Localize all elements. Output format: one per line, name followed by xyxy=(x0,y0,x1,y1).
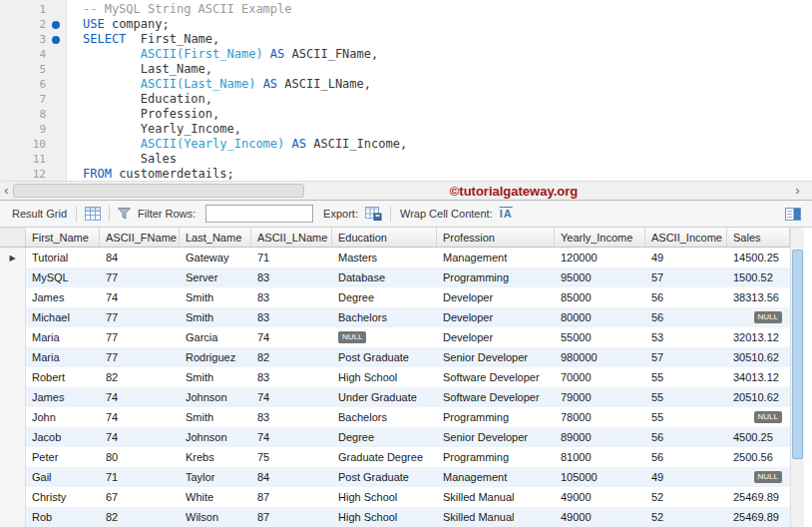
table-cell[interactable]: 87 xyxy=(251,487,332,507)
table-cell[interactable]: 85000 xyxy=(555,287,645,307)
table-cell[interactable]: NULL xyxy=(332,327,437,347)
table-cell[interactable]: Michael xyxy=(26,307,100,327)
table-cell[interactable]: Smith xyxy=(180,407,251,427)
table-cell[interactable]: 52 xyxy=(645,507,727,527)
table-row[interactable]: Robert82Smith83High SchoolSoftware Devel… xyxy=(0,367,790,387)
table-cell[interactable]: Post Graduate xyxy=(332,347,437,367)
table-cell[interactable]: High School xyxy=(332,507,437,527)
table-cell[interactable]: 55 xyxy=(645,407,727,427)
table-cell[interactable]: Garcia xyxy=(180,327,251,347)
table-cell[interactable]: Tutorial xyxy=(26,248,100,267)
column-header-ascii_income[interactable]: ASCII_Income xyxy=(645,228,727,247)
table-cell[interactable]: 74 xyxy=(100,427,180,447)
table-cell[interactable]: 32013.12 xyxy=(727,327,790,347)
table-cell[interactable]: Maria xyxy=(26,347,100,367)
scroll-right-arrow-icon[interactable]: › xyxy=(791,182,804,200)
table-cell[interactable]: 80000 xyxy=(555,307,645,327)
table-cell[interactable]: Skilled Manual xyxy=(437,487,555,507)
column-header-first_name[interactable]: First_Name xyxy=(26,228,100,247)
table-cell[interactable]: 30510.62 xyxy=(727,347,790,367)
table-cell[interactable]: Server xyxy=(180,267,251,287)
table-cell[interactable]: John xyxy=(26,407,100,427)
table-cell[interactable]: Skilled Manual xyxy=(437,507,555,527)
table-cell[interactable]: 77 xyxy=(100,267,180,287)
wrap-cell-content-icon[interactable]: IA xyxy=(500,208,513,220)
table-cell[interactable]: Maria xyxy=(26,327,100,347)
row-selector[interactable] xyxy=(0,487,26,507)
table-cell[interactable]: 71 xyxy=(251,248,332,267)
table-cell[interactable]: Programming xyxy=(437,447,555,467)
table-row[interactable]: ▶Tutorial84Gateway71MastersManagement120… xyxy=(0,248,790,267)
row-selector[interactable] xyxy=(0,467,26,487)
table-cell[interactable]: Johnson xyxy=(180,387,251,407)
row-selector[interactable] xyxy=(0,267,26,287)
table-cell[interactable]: Rodriguez xyxy=(180,347,251,367)
editor-horizontal-scrollbar[interactable]: ‹ ©tutorialgateway.org › xyxy=(0,181,812,200)
table-cell[interactable]: 4500.25 xyxy=(727,427,790,447)
table-cell[interactable]: Database xyxy=(332,267,437,287)
table-cell[interactable]: 56 xyxy=(645,447,727,467)
table-row[interactable]: MySQL77Server83DatabaseProgramming950005… xyxy=(0,267,790,287)
table-cell[interactable]: 120000 xyxy=(555,248,645,267)
table-cell[interactable]: Wilson xyxy=(180,507,251,527)
table-cell[interactable]: Johnson xyxy=(180,427,251,447)
scroll-left-arrow-icon[interactable]: ‹ xyxy=(0,182,13,200)
table-cell[interactable]: Senior Developer xyxy=(437,427,555,447)
table-cell[interactable]: 53 xyxy=(645,327,727,347)
table-cell[interactable]: 55 xyxy=(645,387,727,407)
table-cell[interactable]: Smith xyxy=(180,287,251,307)
code-line[interactable]: 10 ASCII(Yearly_Income) AS ASCII_Income, xyxy=(0,137,812,152)
table-cell[interactable]: 980000 xyxy=(555,347,645,367)
table-cell[interactable]: 2500.56 xyxy=(727,447,790,467)
table-cell[interactable]: 14500.25 xyxy=(727,248,790,267)
row-selector[interactable] xyxy=(0,347,26,367)
row-selector[interactable]: ▶ xyxy=(0,248,26,267)
table-cell[interactable]: 49 xyxy=(645,248,727,267)
table-cell[interactable]: 55000 xyxy=(555,327,645,347)
grid-view-icon[interactable] xyxy=(85,207,101,221)
table-cell[interactable]: 77 xyxy=(100,327,180,347)
table-row[interactable]: James74Johnson74Under GraduateSoftware D… xyxy=(0,387,790,407)
table-cell[interactable]: Developer xyxy=(437,287,555,307)
table-cell[interactable]: Post Graduate xyxy=(332,467,437,487)
table-cell[interactable]: 84 xyxy=(251,467,332,487)
table-cell[interactable]: 67 xyxy=(100,487,180,507)
row-selector[interactable] xyxy=(0,387,26,407)
table-row[interactable]: Michael77Smith83BachelorsDeveloper800005… xyxy=(0,307,790,327)
table-cell[interactable]: 89000 xyxy=(555,427,645,447)
table-cell[interactable]: Krebs xyxy=(180,447,251,467)
table-cell[interactable]: James xyxy=(26,387,100,407)
code-line[interactable]: 6 ASCII(Last_Name) AS ASCII_LName, xyxy=(0,77,812,92)
table-cell[interactable]: NULL xyxy=(727,467,790,487)
table-row[interactable]: Christy67White87High SchoolSkilled Manua… xyxy=(0,487,790,507)
column-header-ascii_lname[interactable]: ASCII_LName xyxy=(251,228,332,247)
table-cell[interactable]: Management xyxy=(437,467,555,487)
code-line[interactable]: 4 ASCII(First_Name) AS ASCII_FName, xyxy=(0,47,812,62)
column-header-sales[interactable]: Sales xyxy=(727,228,790,247)
horizontal-scrollbar-thumb[interactable] xyxy=(13,184,304,198)
row-selector[interactable] xyxy=(0,427,26,447)
table-cell[interactable]: NULL xyxy=(727,407,790,427)
table-cell[interactable]: Jacob xyxy=(26,427,100,447)
table-cell[interactable]: 49 xyxy=(645,467,727,487)
table-cell[interactable]: 80 xyxy=(100,447,180,467)
table-cell[interactable]: 56 xyxy=(645,307,727,327)
table-cell[interactable]: 74 xyxy=(251,427,332,447)
code-line[interactable]: 5 Last_Name, xyxy=(0,62,812,77)
table-cell[interactable]: Taylor xyxy=(180,467,251,487)
table-cell[interactable]: 105000 xyxy=(555,467,645,487)
table-cell[interactable]: 87 xyxy=(251,507,332,527)
table-cell[interactable]: 95000 xyxy=(555,267,645,287)
table-cell[interactable]: Programming xyxy=(437,267,555,287)
table-cell[interactable]: 83 xyxy=(251,287,332,307)
table-cell[interactable]: Senior Developer xyxy=(437,347,555,367)
form-editor-panel-icon[interactable] xyxy=(785,208,801,221)
code-line[interactable]: 11 Sales xyxy=(0,152,812,167)
row-selector[interactable] xyxy=(0,447,26,467)
code-line[interactable]: 2USE company; xyxy=(0,17,812,32)
table-cell[interactable]: 70000 xyxy=(555,367,645,387)
code-line[interactable]: 9 Yearly_Income, xyxy=(0,122,812,137)
table-cell[interactable]: 25469.89 xyxy=(727,507,790,527)
table-cell[interactable]: 79000 xyxy=(555,387,645,407)
table-row[interactable]: Peter80Krebs75Graduate DegreeProgramming… xyxy=(0,447,790,467)
